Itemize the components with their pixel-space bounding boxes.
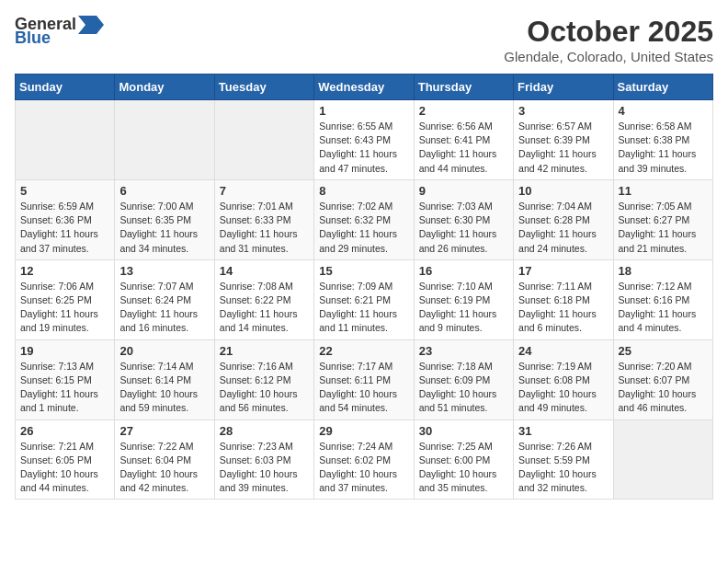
day-number: 17: [518, 264, 608, 278]
day-info: Sunrise: 7:11 AM Sunset: 6:18 PM Dayligh…: [518, 280, 608, 336]
day-number: 26: [20, 424, 109, 438]
calendar-cell: 20Sunrise: 7:14 AM Sunset: 6:14 PM Dayli…: [115, 339, 214, 419]
day-info: Sunrise: 7:17 AM Sunset: 6:11 PM Dayligh…: [319, 360, 408, 416]
calendar-cell: 15Sunrise: 7:09 AM Sunset: 6:21 PM Dayli…: [314, 259, 414, 339]
day-info: Sunrise: 7:19 AM Sunset: 6:08 PM Dayligh…: [518, 360, 608, 416]
calendar-cell: 10Sunrise: 7:04 AM Sunset: 6:28 PM Dayli…: [514, 179, 613, 259]
day-number: 16: [419, 264, 508, 278]
day-number: 20: [119, 344, 209, 358]
day-info: Sunrise: 6:57 AM Sunset: 6:39 PM Dayligh…: [518, 120, 608, 176]
calendar-cell: [214, 100, 313, 180]
day-info: Sunrise: 7:12 AM Sunset: 6:16 PM Dayligh…: [619, 280, 708, 336]
calendar-week-row: 5Sunrise: 6:59 AM Sunset: 6:36 PM Daylig…: [16, 179, 713, 259]
calendar-cell: 24Sunrise: 7:19 AM Sunset: 6:08 PM Dayli…: [514, 339, 613, 419]
day-info: Sunrise: 6:56 AM Sunset: 6:41 PM Dayligh…: [419, 120, 508, 176]
day-number: 6: [119, 184, 209, 198]
day-number: 22: [319, 344, 408, 358]
calendar-cell: 31Sunrise: 7:26 AM Sunset: 5:59 PM Dayli…: [514, 419, 613, 500]
calendar-cell: 29Sunrise: 7:24 AM Sunset: 6:02 PM Dayli…: [314, 419, 414, 500]
day-info: Sunrise: 7:10 AM Sunset: 6:19 PM Dayligh…: [419, 280, 508, 336]
calendar-cell: 13Sunrise: 7:07 AM Sunset: 6:24 PM Dayli…: [115, 259, 214, 339]
day-info: Sunrise: 7:03 AM Sunset: 6:30 PM Dayligh…: [419, 200, 508, 256]
day-header-friday: Friday: [514, 75, 613, 100]
calendar-cell: 3Sunrise: 6:57 AM Sunset: 6:39 PM Daylig…: [514, 100, 613, 180]
calendar-cell: 17Sunrise: 7:11 AM Sunset: 6:18 PM Dayli…: [514, 259, 613, 339]
calendar-cell: [613, 419, 712, 500]
day-info: Sunrise: 7:24 AM Sunset: 6:02 PM Dayligh…: [319, 440, 408, 496]
month-title: October 2025: [504, 15, 713, 49]
day-info: Sunrise: 6:58 AM Sunset: 6:38 PM Dayligh…: [619, 120, 708, 176]
day-info: Sunrise: 7:13 AM Sunset: 6:15 PM Dayligh…: [20, 360, 109, 416]
calendar-cell: 22Sunrise: 7:17 AM Sunset: 6:11 PM Dayli…: [314, 339, 414, 419]
day-number: 23: [419, 344, 508, 358]
day-number: 10: [518, 184, 608, 198]
day-number: 8: [319, 184, 408, 198]
calendar-cell: 25Sunrise: 7:20 AM Sunset: 6:07 PM Dayli…: [613, 339, 712, 419]
location-text: Glendale, Colorado, United States: [504, 49, 713, 64]
day-info: Sunrise: 7:08 AM Sunset: 6:22 PM Dayligh…: [220, 280, 309, 336]
calendar-cell: 30Sunrise: 7:25 AM Sunset: 6:00 PM Dayli…: [414, 419, 513, 500]
day-info: Sunrise: 7:05 AM Sunset: 6:27 PM Dayligh…: [619, 200, 708, 256]
calendar-cell: 19Sunrise: 7:13 AM Sunset: 6:15 PM Dayli…: [16, 339, 115, 419]
day-info: Sunrise: 7:26 AM Sunset: 5:59 PM Dayligh…: [518, 440, 608, 496]
day-header-thursday: Thursday: [414, 75, 513, 100]
calendar-header-row: SundayMondayTuesdayWednesdayThursdayFrid…: [16, 75, 713, 100]
day-info: Sunrise: 7:00 AM Sunset: 6:35 PM Dayligh…: [119, 200, 209, 256]
calendar-cell: [16, 100, 115, 180]
page-header: General Blue October 2025 Glendale, Colo…: [15, 15, 713, 64]
day-info: Sunrise: 7:02 AM Sunset: 6:32 PM Dayligh…: [319, 200, 408, 256]
calendar-cell: 21Sunrise: 7:16 AM Sunset: 6:12 PM Dayli…: [214, 339, 313, 419]
day-header-tuesday: Tuesday: [214, 75, 313, 100]
day-info: Sunrise: 7:21 AM Sunset: 6:05 PM Dayligh…: [20, 440, 109, 496]
day-number: 2: [419, 104, 508, 118]
day-number: 9: [419, 184, 508, 198]
logo-icon: [78, 16, 104, 34]
calendar-cell: 9Sunrise: 7:03 AM Sunset: 6:30 PM Daylig…: [414, 179, 513, 259]
day-number: 11: [619, 184, 708, 198]
day-info: Sunrise: 7:09 AM Sunset: 6:21 PM Dayligh…: [319, 280, 408, 336]
day-info: Sunrise: 7:07 AM Sunset: 6:24 PM Dayligh…: [119, 280, 209, 336]
day-number: 3: [518, 104, 608, 118]
day-number: 31: [518, 424, 608, 438]
day-number: 27: [119, 424, 209, 438]
calendar-cell: 12Sunrise: 7:06 AM Sunset: 6:25 PM Dayli…: [16, 259, 115, 339]
day-header-monday: Monday: [115, 75, 214, 100]
day-info: Sunrise: 7:22 AM Sunset: 6:04 PM Dayligh…: [119, 440, 209, 496]
svg-marker-0: [78, 16, 104, 34]
calendar-cell: 26Sunrise: 7:21 AM Sunset: 6:05 PM Dayli…: [16, 419, 115, 500]
day-info: Sunrise: 7:06 AM Sunset: 6:25 PM Dayligh…: [20, 280, 109, 336]
day-header-saturday: Saturday: [613, 75, 712, 100]
calendar-week-row: 19Sunrise: 7:13 AM Sunset: 6:15 PM Dayli…: [16, 339, 713, 419]
day-number: 30: [419, 424, 508, 438]
day-info: Sunrise: 7:14 AM Sunset: 6:14 PM Dayligh…: [119, 360, 209, 416]
title-area: October 2025 Glendale, Colorado, United …: [504, 15, 713, 64]
day-number: 25: [619, 344, 708, 358]
day-number: 29: [319, 424, 408, 438]
calendar-cell: 16Sunrise: 7:10 AM Sunset: 6:19 PM Dayli…: [414, 259, 513, 339]
calendar-cell: 11Sunrise: 7:05 AM Sunset: 6:27 PM Dayli…: [613, 179, 712, 259]
day-info: Sunrise: 7:16 AM Sunset: 6:12 PM Dayligh…: [220, 360, 309, 416]
day-number: 14: [220, 264, 309, 278]
calendar-week-row: 1Sunrise: 6:55 AM Sunset: 6:43 PM Daylig…: [16, 100, 713, 180]
calendar-cell: 27Sunrise: 7:22 AM Sunset: 6:04 PM Dayli…: [115, 419, 214, 500]
day-number: 4: [619, 104, 708, 118]
calendar-cell: 18Sunrise: 7:12 AM Sunset: 6:16 PM Dayli…: [613, 259, 712, 339]
day-info: Sunrise: 7:04 AM Sunset: 6:28 PM Dayligh…: [518, 200, 608, 256]
calendar-cell: 14Sunrise: 7:08 AM Sunset: 6:22 PM Dayli…: [214, 259, 313, 339]
day-number: 5: [20, 184, 109, 198]
calendar-table: SundayMondayTuesdayWednesdayThursdayFrid…: [15, 74, 713, 500]
day-number: 28: [220, 424, 309, 438]
day-number: 13: [119, 264, 209, 278]
logo: General Blue: [15, 15, 104, 48]
day-number: 15: [319, 264, 408, 278]
calendar-cell: 28Sunrise: 7:23 AM Sunset: 6:03 PM Dayli…: [214, 419, 313, 500]
day-header-wednesday: Wednesday: [314, 75, 414, 100]
day-number: 18: [619, 264, 708, 278]
calendar-cell: 5Sunrise: 6:59 AM Sunset: 6:36 PM Daylig…: [16, 179, 115, 259]
calendar-cell: [115, 100, 214, 180]
day-number: 7: [220, 184, 309, 198]
day-number: 1: [319, 104, 408, 118]
day-info: Sunrise: 7:25 AM Sunset: 6:00 PM Dayligh…: [419, 440, 508, 496]
calendar-cell: 4Sunrise: 6:58 AM Sunset: 6:38 PM Daylig…: [613, 100, 712, 180]
day-info: Sunrise: 7:01 AM Sunset: 6:33 PM Dayligh…: [220, 200, 309, 256]
